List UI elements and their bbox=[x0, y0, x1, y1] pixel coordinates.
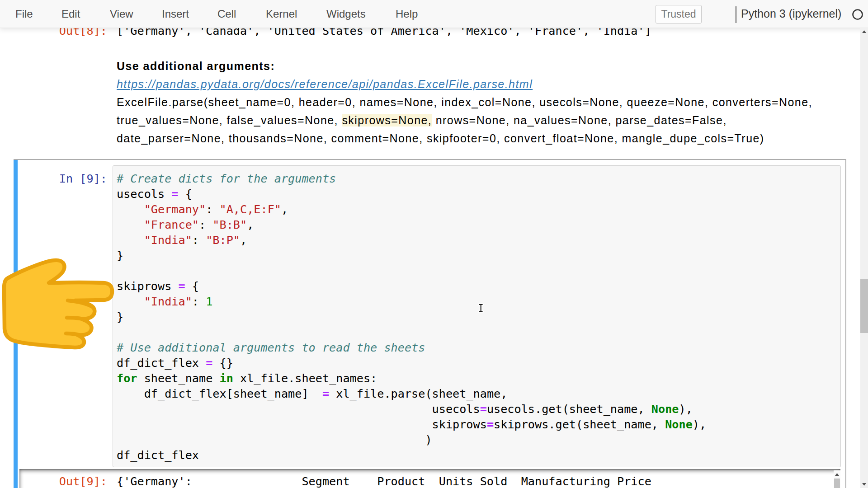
menu-bar: File Edit View Insert Cell Kernel Widget… bbox=[0, 0, 868, 28]
text-cursor-ibeam bbox=[476, 302, 486, 314]
menu-item-insert[interactable]: Insert bbox=[162, 0, 189, 28]
markdown-heading: Use additional arguments: bbox=[117, 57, 812, 75]
input-prompt: In [9]: bbox=[14, 171, 107, 187]
code-line bbox=[117, 325, 706, 340]
menu-item-file[interactable]: File bbox=[15, 0, 33, 28]
code-line: "India": "B:P", bbox=[117, 233, 706, 248]
code-line: "Germany": "A,C,E:F", bbox=[117, 202, 706, 217]
code-line: df_dict_flex[sheet_name] = xl_file.parse… bbox=[117, 386, 706, 402]
notebook-scroll-area: Out[8]: ['Germany', 'Canada', 'United St… bbox=[0, 0, 860, 488]
code-line: skiprows=skiprows.get(sheet_name, None), bbox=[117, 417, 706, 432]
main-scrollbar[interactable] bbox=[860, 28, 868, 488]
kernel-idle-icon bbox=[852, 9, 863, 20]
menu-item-cell[interactable]: Cell bbox=[217, 0, 236, 28]
code-line: } bbox=[117, 310, 706, 325]
scrollbar-up-icon[interactable] bbox=[860, 28, 868, 36]
markdown-paragraph-line: ExcelFile.parse(sheet_name=0, header=0, … bbox=[117, 93, 812, 111]
code-line: usecols = { bbox=[117, 187, 706, 202]
output-scrollbar-up-icon[interactable] bbox=[834, 471, 840, 478]
markdown-link[interactable]: https://pandas.pydata.org/docs/reference… bbox=[117, 78, 533, 90]
output-scrollbar-thumb[interactable] bbox=[834, 479, 840, 488]
code-line: # Create dicts for the arguments bbox=[117, 171, 706, 187]
code-line: "France": "B:B", bbox=[117, 217, 706, 233]
code-line: usecols=usecols.get(sheet_name, None), bbox=[117, 402, 706, 417]
kernel-name: Python 3 (ipykernel) bbox=[741, 0, 841, 28]
code-input-area[interactable]: # Create dicts for the argumentsusecols … bbox=[113, 165, 841, 467]
menu-item-help[interactable]: Help bbox=[396, 0, 418, 28]
menu-item-widgets[interactable]: Widgets bbox=[326, 0, 366, 28]
code-line: for sheet_name in xl_file.sheet_names: bbox=[117, 371, 706, 386]
code-line: ) bbox=[117, 432, 706, 448]
output-text: {'Germany': Segment Product Units Sold M… bbox=[117, 474, 651, 488]
code-line: "India": 1 bbox=[117, 294, 706, 310]
code-line: # Use additional arguments to read the s… bbox=[117, 340, 706, 356]
menu-item-edit[interactable]: Edit bbox=[61, 0, 80, 28]
pointing-hand-emoji bbox=[0, 257, 116, 352]
code-cell-selected[interactable]: In [9]: # Create dicts for the arguments… bbox=[14, 159, 846, 488]
markdown-cell[interactable]: Use additional arguments: https://pandas… bbox=[117, 57, 812, 147]
markdown-paragraph-line: true_values=None, false_values=None, ski… bbox=[117, 111, 812, 129]
output-prompt: Out[9]: bbox=[14, 474, 107, 488]
output-scrollbar[interactable] bbox=[834, 470, 840, 488]
kernel-divider bbox=[736, 6, 736, 23]
code-line: skiprows = { bbox=[117, 279, 706, 294]
menu-item-kernel[interactable]: Kernel bbox=[266, 0, 297, 28]
code-line: df_dict_flex = {} bbox=[117, 356, 706, 371]
code-line: df_dict_flex bbox=[117, 448, 706, 463]
scrollbar-down-icon[interactable] bbox=[860, 480, 868, 488]
output-scroll-area[interactable]: {'Germany': Segment Product Units Sold M… bbox=[19, 469, 840, 488]
scrollbar-thumb[interactable] bbox=[860, 279, 868, 333]
markdown-paragraph-line: date_parser=None, thousands=None, commen… bbox=[117, 129, 812, 147]
code-editor[interactable]: # Create dicts for the argumentsusecols … bbox=[117, 171, 706, 463]
code-line: } bbox=[117, 248, 706, 263]
menu-item-view[interactable]: View bbox=[110, 0, 133, 28]
trusted-badge: Trusted bbox=[656, 5, 702, 23]
code-line bbox=[117, 263, 706, 279]
